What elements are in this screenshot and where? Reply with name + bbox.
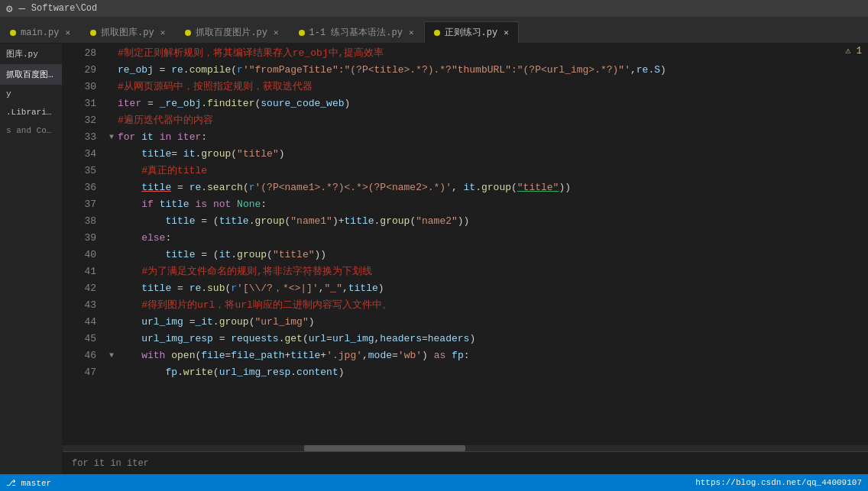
code-line-28: #制定正则解析规则，将其编译结果存入re_obj中,提高效率 [102,45,868,62]
tab-main-label: main.py [21,27,59,38]
sidebar-item-crawl-lib[interactable]: 图库.py [0,44,62,64]
editor-area: 28 29 30 31 32 33 34 35 36 37 38 39 40 4… [63,44,868,474]
tab-crawl-baidu-close[interactable]: ✕ [274,27,279,37]
code-line-40: title = ( it . group ( "title" )) [102,247,868,263]
sidebar-item-libraries[interactable]: .Libraries [0,103,62,121]
code-line-29: re_obj = re . compile ( r '"fromPageTitl… [102,62,868,79]
tab-practice-grammar[interactable]: 1-1 练习基本语法.py ✕ [289,21,424,43]
code-line-42: title = re . sub ( r '[\\/?，*<>|]' , "_"… [102,280,868,297]
code-line-44: url_img = _it . group ( "url_img" ) [102,314,868,331]
code-comment-35: #真正的title [141,163,207,179]
code-line-36: title = re . search ( r '(?P<name1>.*?)<… [102,179,868,196]
code-line-37: if title is not None : [102,196,868,213]
tab-regex-practice-close[interactable]: ✕ [504,27,509,37]
tab-crawl-baidu-label: 抓取百度图片.py [196,26,267,39]
tab-bar: main.py ✕ 抓取图库.py ✕ 抓取百度图片.py ✕ 1-1 练习基本… [0,17,868,44]
tab-crawl-lib[interactable]: 抓取图库.py ✕ [80,21,175,43]
status-url: https://blog.csdn.net/qq_44009107 [695,478,862,487]
code-line-30: #从网页源码中，按照指定规则，获取迭代器 [102,79,868,95]
code-line-39: else : [102,230,868,247]
code-line-31: iter = _re_obj . finditer ( soure_code_w… [102,95,868,112]
code-comment-43: #得到图片的url，将url响应的二进制内容写入文件中。 [141,297,392,314]
code-line-32: #遍历迭代器中的内容 [102,112,868,129]
bottom-panel: for it in iter [63,451,868,474]
scrollbar-thumb-h[interactable] [304,445,465,451]
status-bar: ⎇ master https://blog.csdn.net/qq_440091… [0,474,868,491]
tab-crawl-lib-label: 抓取图库.py [101,26,154,39]
code-line-34: title = it . group ( "title" ) [102,146,868,163]
sidebar-item-console[interactable]: s and Consol [0,121,62,140]
status-right: https://blog.csdn.net/qq_44009107 [695,478,862,487]
code-comment-30: #从网页源码中，按照指定规则，获取迭代器 [118,79,313,95]
code-line-35: #真正的title [102,163,868,179]
tab-main-close[interactable]: ✕ [65,27,70,37]
code-content[interactable]: ⚠ 1 #制定正则解析规则，将其编译结果存入re_obj中,提高效率 re_ob… [102,44,868,445]
main-area: 图库.py 抓取百度图片.py y .Libraries s and Conso… [0,44,868,474]
tab-practice-grammar-close[interactable]: ✕ [409,27,414,37]
status-left: ⎇ master [6,478,51,488]
code-line-43: #得到图片的url，将url响应的二进制内容写入文件中。 [102,297,868,314]
window-title: Software\Cod [31,3,97,14]
code-editor[interactable]: 28 29 30 31 32 33 34 35 36 37 38 39 40 4… [63,44,868,445]
settings-icon[interactable]: ⚙ [6,2,12,15]
tab-regex-practice[interactable]: 正则练习.py ✕ [424,21,519,43]
sidebar-item-y[interactable]: y [0,85,62,103]
horizontal-scrollbar[interactable] [63,445,868,451]
sidebar-item-crawl-baidu[interactable]: 抓取百度图片.py [0,64,62,85]
code-line-47: fp . write ( url_img_resp . content ) [102,364,868,381]
code-line-45: url_img_resp = requests . get ( url = ur… [102,331,868,347]
bottom-context-text: for it in iter [72,458,149,469]
code-comment-28: #制定正则解析规则，将其编译结果存入re_obj中,提高效率 [118,45,384,62]
fold-33: ▼ [105,129,118,146]
line-numbers: 28 29 30 31 32 33 34 35 36 37 38 39 40 4… [63,44,102,445]
code-line-46: ▼ with open ( file = file_path + title +… [102,347,868,364]
code-line-41: #为了满足文件命名的规则,将非法字符替换为下划线 [102,263,868,280]
code-comment-41: #为了满足文件命名的规则,将非法字符替换为下划线 [141,263,372,280]
sidebar: 图库.py 抓取百度图片.py y .Libraries s and Conso… [0,44,63,474]
tab-crawl-lib-close[interactable]: ✕ [160,27,166,37]
tab-regex-practice-label: 正则练习.py [445,26,498,39]
minimize-button[interactable]: — [18,2,24,15]
tab-practice-grammar-label: 1-1 练习基本语法.py [309,26,403,39]
git-branch: ⎇ master [6,478,51,488]
tab-crawl-baidu[interactable]: 抓取百度图片.py ✕ [175,21,288,43]
title-bar: ⚙ — Software\Cod [0,0,868,17]
fold-46: ▼ [105,347,118,364]
code-line-38: title = ( title . group ( "name1" )+ tit… [102,213,868,230]
tab-main[interactable]: main.py ✕ [0,21,80,43]
code-line-33: ▼ for it in iter : [102,129,868,146]
code-comment-32: #遍历迭代器中的内容 [118,112,213,129]
